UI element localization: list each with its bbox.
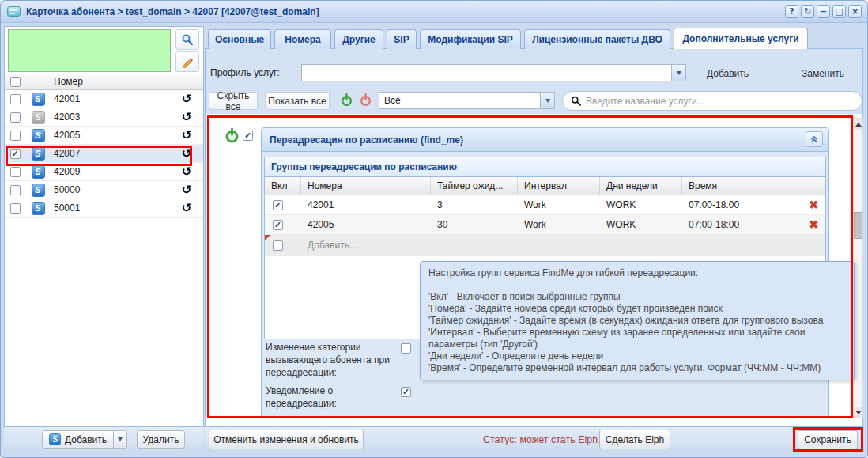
service-enabled-checkbox[interactable] bbox=[243, 131, 253, 141]
add-group-checkbox[interactable] bbox=[273, 240, 283, 251]
make-elph-button[interactable]: Сделать Elph bbox=[599, 430, 670, 449]
group-timer[interactable]: 3 bbox=[431, 199, 518, 210]
history-icon[interactable]: ↺ bbox=[182, 130, 192, 142]
service-panel-header[interactable]: Переадресация по расписанию (find_me) bbox=[261, 127, 829, 152]
add-subscriber-menu-button[interactable] bbox=[113, 431, 126, 448]
history-icon[interactable]: ↺ bbox=[182, 112, 192, 123]
group-interval[interactable]: Work bbox=[518, 219, 600, 230]
tab-others[interactable]: Другие bbox=[334, 29, 383, 49]
disable-all-services-button[interactable] bbox=[359, 93, 372, 107]
row-checkbox[interactable] bbox=[10, 185, 21, 195]
row-checkbox[interactable] bbox=[10, 203, 21, 214]
group-numbers[interactable]: 42005 bbox=[301, 219, 431, 230]
revert-button[interactable]: Отменить изменения и обновить bbox=[209, 430, 364, 449]
findme-tooltip: Настройка групп сервиса FindMe для гибко… bbox=[420, 261, 855, 380]
service-power-button[interactable] bbox=[225, 128, 240, 143]
chevron-down-icon bbox=[118, 437, 123, 441]
services-filter-combo[interactable]: Все bbox=[379, 92, 555, 109]
history-icon[interactable]: ↺ bbox=[182, 184, 192, 196]
sip-icon: S bbox=[49, 433, 61, 445]
add-profile-button[interactable]: Добавить bbox=[707, 66, 749, 81]
tab-sip-modifications[interactable]: Модификации SIP bbox=[420, 29, 521, 49]
option-change-category-label: Изменение категории вызывающего абонента… bbox=[266, 341, 405, 379]
group-time[interactable]: 07:00-18:00 bbox=[682, 199, 802, 210]
option-notify-checkbox[interactable] bbox=[401, 387, 411, 397]
help-button[interactable]: ? bbox=[785, 5, 798, 18]
collapse-button[interactable] bbox=[806, 131, 823, 147]
tab-main[interactable]: Основные bbox=[208, 29, 271, 49]
subscriber-row[interactable]: S 50000 ↺ bbox=[5, 181, 203, 199]
close-button[interactable]: × bbox=[848, 5, 862, 18]
group-row[interactable]: 42001 3 Work WORK 07:00-18:00 ✖ bbox=[265, 195, 825, 215]
group-interval[interactable]: Work bbox=[518, 199, 600, 210]
delete-group-icon[interactable]: ✖ bbox=[809, 219, 819, 231]
tooltip-line: 'Интервал' - Выберите временную схему из… bbox=[428, 327, 846, 350]
row-checkbox[interactable] bbox=[10, 131, 21, 141]
delete-subscriber-button[interactable]: Удалить bbox=[137, 430, 185, 449]
service-profile-trigger[interactable] bbox=[671, 65, 685, 81]
groups-table-header: Вкл Номера Таймер ожид... Интервал Дни н… bbox=[265, 177, 825, 195]
pencil-icon bbox=[181, 55, 194, 68]
tooltip-line: 'Дни недели' - Определите день недели bbox=[428, 350, 846, 362]
services-filter-trigger[interactable] bbox=[540, 93, 554, 108]
history-icon[interactable]: ↺ bbox=[182, 148, 192, 160]
subscribers-table-header: Номер bbox=[5, 74, 203, 90]
row-checkbox[interactable] bbox=[10, 167, 21, 177]
column-header-enabled: Вкл bbox=[265, 177, 301, 195]
select-all-checkbox[interactable] bbox=[10, 77, 21, 87]
group-time[interactable]: 07:00-18:00 bbox=[682, 219, 802, 230]
enable-all-services-button[interactable] bbox=[340, 93, 353, 107]
subscriber-card-window: Карточка абонента > test_domain > 42007 … bbox=[0, 0, 868, 458]
column-header-weekdays: Дни недели bbox=[600, 177, 682, 195]
service-search-input[interactable] bbox=[586, 96, 854, 107]
subscriber-edit-button[interactable] bbox=[175, 51, 199, 72]
add-group-label[interactable]: Добавить... bbox=[301, 240, 364, 251]
tooltip-line: 'Таймер ожидания' - Задайте время (в сек… bbox=[428, 315, 846, 327]
tab-numbers[interactable]: Номера bbox=[274, 29, 331, 49]
row-checkbox[interactable] bbox=[10, 94, 21, 104]
group-enabled-checkbox[interactable] bbox=[273, 220, 283, 230]
scrollbar-down-button[interactable] bbox=[854, 407, 862, 418]
hide-all-button[interactable]: Скрыть все bbox=[209, 92, 258, 110]
row-checkbox[interactable] bbox=[10, 149, 21, 159]
option-change-category-checkbox[interactable] bbox=[401, 343, 411, 354]
history-icon[interactable]: ↺ bbox=[182, 166, 192, 178]
group-timer[interactable]: 30 bbox=[431, 219, 518, 230]
scrollbar-thumb[interactable] bbox=[854, 212, 862, 239]
show-all-button[interactable]: Показать все bbox=[265, 92, 330, 110]
scrollbar-up-button[interactable] bbox=[854, 119, 862, 130]
tab-additional-services[interactable]: Дополнительные услуги bbox=[674, 28, 808, 49]
group-numbers[interactable]: 42001 bbox=[301, 199, 431, 210]
subscriber-row[interactable]: S 42003 ↺ bbox=[5, 108, 203, 127]
refresh-button[interactable]: ↻ bbox=[801, 5, 814, 18]
subscriber-filter-input[interactable] bbox=[8, 29, 171, 72]
add-subscriber-button[interactable]: S Добавить bbox=[43, 433, 113, 445]
group-enabled-checkbox[interactable] bbox=[273, 200, 283, 210]
group-row[interactable]: 42005 30 Work WORK 07:00-18:00 ✖ bbox=[265, 215, 825, 235]
subscriber-row[interactable]: S 42009 ↺ bbox=[5, 163, 203, 181]
sip-status-icon: S bbox=[32, 202, 45, 215]
tab-dvo-packages[interactable]: Лицензионные пакеты ДВО bbox=[524, 29, 670, 49]
save-button[interactable]: Сохранить bbox=[798, 430, 858, 449]
add-group-row[interactable]: Добавить... bbox=[265, 235, 825, 256]
history-icon[interactable]: ↺ bbox=[182, 93, 192, 105]
subscriber-row[interactable]: S 42001 ↺ bbox=[5, 90, 203, 108]
subscriber-row[interactable]: S 42005 ↺ bbox=[5, 127, 203, 145]
column-header-number: Номер bbox=[51, 76, 173, 87]
subscriber-number: 42009 bbox=[51, 166, 173, 177]
column-header-numbers: Номера bbox=[301, 177, 431, 195]
subscriber-search-button[interactable] bbox=[175, 29, 199, 50]
delete-group-icon[interactable]: ✖ bbox=[809, 199, 819, 211]
maximize-button[interactable]: □ bbox=[832, 5, 846, 18]
replace-profile-button[interactable]: Заменить bbox=[802, 66, 844, 81]
group-weekdays[interactable]: WORK bbox=[600, 219, 682, 230]
subscriber-row[interactable]: S 50001 ↺ bbox=[5, 199, 203, 218]
subscriber-row-selected[interactable]: S 42007 ↺ bbox=[5, 145, 203, 163]
history-icon[interactable]: ↺ bbox=[182, 203, 192, 214]
group-weekdays[interactable]: WORK bbox=[600, 199, 682, 210]
column-header-interval: Интервал bbox=[518, 177, 600, 195]
row-checkbox[interactable] bbox=[10, 112, 21, 123]
service-profile-combo[interactable] bbox=[301, 64, 686, 81]
minimize-button[interactable]: − bbox=[817, 5, 830, 18]
tab-sip[interactable]: SIP bbox=[387, 29, 417, 49]
